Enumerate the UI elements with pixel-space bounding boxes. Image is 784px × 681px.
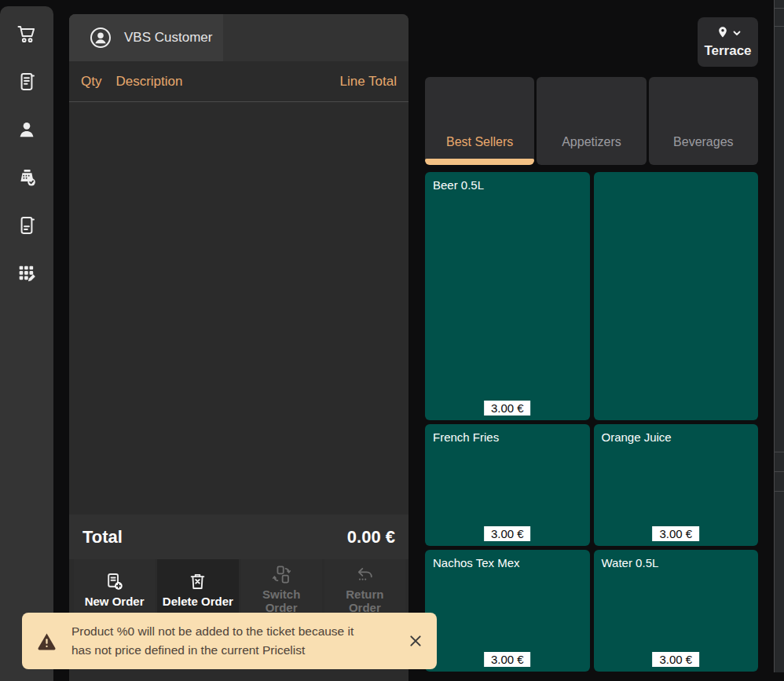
product-price: 3.00 € [652,526,699,541]
location-pin-icon [715,25,731,41]
new-order-icon [104,571,125,592]
tab-label: Beverages [673,135,734,149]
total-row: Total 0.00 € [69,514,408,559]
product-tile[interactable]: French Fries 3.00 € [425,424,590,546]
product-grid: Beer 0.5L 3.00 € French Fries 3.00 € Ora… [425,172,758,672]
delete-order-label: Delete Order [163,595,233,608]
tab-beverages[interactable]: Beverages [649,77,758,165]
cart-icon[interactable] [16,23,38,45]
warning-toast: Product %0 will not be added to the tick… [22,613,437,669]
order-lines-empty [69,103,408,514]
scrollbar[interactable] [774,0,784,672]
new-order-button[interactable]: New Order [74,559,155,619]
chevron-down-icon [732,28,742,38]
product-tile[interactable]: Water 0.5L 3.00 € [594,550,759,672]
floor-name: Terrace [704,43,751,59]
close-icon[interactable] [408,634,423,648]
numpad-edit-icon[interactable] [16,262,38,284]
col-description: Description [115,74,339,90]
total-label: Total [82,527,123,547]
return-order-button[interactable]: Return Order [324,559,405,619]
orders-icon[interactable] [16,71,38,93]
new-order-label: New Order [85,595,145,608]
customer-avatar-icon [89,26,112,49]
col-qty: Qty [81,74,101,90]
col-line-total: Line Total [340,74,397,90]
return-order-label: Return Order [328,588,401,614]
product-name: Nachos Tex Mex [433,556,584,569]
customer-name: VBS Customer [124,30,212,46]
product-tile[interactable]: Nachos Tex Mex 3.00 € [425,550,590,672]
receipts-icon[interactable] [16,214,38,236]
toast-message: Product %0 will not be added to the tick… [71,622,373,660]
switch-order-button[interactable]: Switch Order [241,559,322,619]
tab-appetizers[interactable]: Appetizers [537,77,646,165]
sidebar [0,6,53,681]
category-tabs: Best Sellers Appetizers Beverages [425,77,758,165]
cash-register-icon[interactable] [16,167,38,189]
product-price: 3.00 € [484,652,531,667]
switch-order-label: Switch Order [245,588,317,614]
tab-label: Best Sellers [446,135,513,149]
switch-order-icon [271,564,292,585]
total-amount: 0.00 € [347,527,395,547]
order-columns-header: Qty Description Line Total [69,61,408,102]
customers-icon[interactable] [16,119,38,141]
product-price: 3.00 € [484,526,531,541]
delete-order-button[interactable]: Delete Order [157,559,238,619]
return-order-icon [354,564,376,585]
customer-button[interactable]: VBS Customer [69,14,223,61]
warning-icon [36,631,57,652]
product-name: Water 0.5L [602,556,753,569]
product-tile[interactable]: Orange Juice 3.00 € [594,424,759,546]
product-tile[interactable]: Beer 0.5L 3.00 € [425,172,590,420]
order-panel: VBS Customer Qty Description Line Total … [69,14,408,681]
product-name: Beer 0.5L [433,178,584,192]
tab-best-sellers[interactable]: Best Sellers [425,77,534,165]
floor-selector-button[interactable]: Terrace [698,17,758,67]
product-name: French Fries [433,430,584,444]
product-price: 3.00 € [484,401,531,416]
tab-label: Appetizers [562,135,621,149]
order-actions: New Order Delete Order [74,559,405,619]
product-tile[interactable] [594,172,759,420]
delete-order-icon [187,571,208,592]
product-price: 3.00 € [652,652,699,667]
product-name: Orange Juice [602,430,753,444]
